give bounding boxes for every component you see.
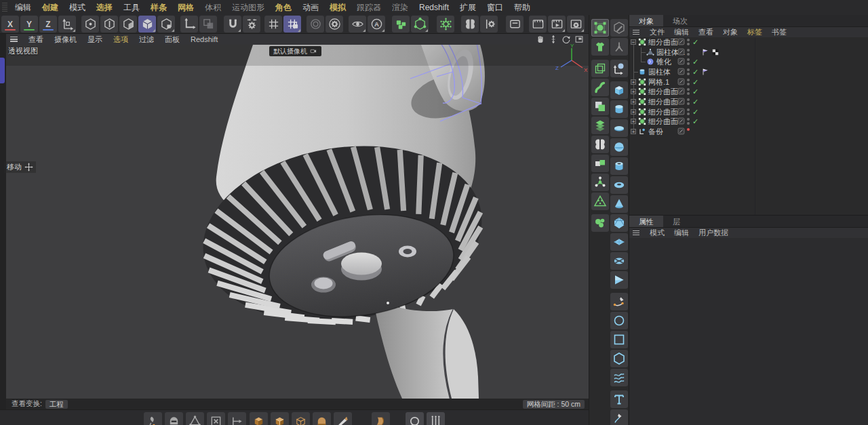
array-columns-tool-button[interactable] [427,412,445,425]
object-manager-menu-查看[interactable]: 查看 [694,27,718,37]
lock-z-axis-button[interactable]: Z [39,16,57,33]
attributes-menu-编辑[interactable]: 编辑 [669,228,694,238]
object-row-圆柱体.1[interactable]: 圆柱体.1 [629,47,868,57]
render-settings-button[interactable] [567,16,585,33]
bridge-tool-button[interactable] [372,412,390,425]
enabled-check[interactable]: ✓ [692,87,698,96]
menu-渲染[interactable]: 渲染 [387,0,414,15]
tag-checker[interactable] [711,48,719,56]
pivot-tool-button[interactable] [610,60,628,77]
instance-button[interactable] [591,60,609,77]
layer-edit-toggle[interactable] [677,48,685,56]
layer-edit-toggle[interactable] [677,38,685,45]
object-row-细分曲面[interactable]: +细分曲面✓ [629,117,868,126]
layer-edit-toggle[interactable] [677,117,685,125]
grid-snap-button[interactable] [283,16,301,33]
content-browser-button[interactable] [506,16,524,33]
viewport-menu-查看[interactable]: 查看 [23,35,49,45]
modeling-setup-button[interactable] [411,16,429,33]
menu-模式[interactable]: 模式 [64,0,91,15]
disc-primitive-button[interactable] [610,119,628,137]
joint-button[interactable] [610,38,628,56]
viewport-menu-Redshift[interactable]: Redshift [185,35,223,43]
snap-toggle-button[interactable] [224,16,241,33]
view-transform-value[interactable]: 工程 [45,400,68,409]
modeling-objects-button[interactable] [392,16,410,33]
render-picture-viewer-button[interactable] [548,16,566,33]
object-row-网格.1[interactable]: +网格.1✓ [629,77,868,87]
visibility-dots[interactable] [687,118,690,126]
expander-plus[interactable]: + [631,89,636,94]
auto-mode-button[interactable]: A [368,16,385,33]
lock-y-axis-button[interactable]: Y [20,16,38,33]
expander-plus[interactable]: + [631,119,636,124]
polygon-reduction-button[interactable] [591,193,609,210]
boole-button[interactable] [591,98,609,115]
extrude-tool-button[interactable] [250,412,268,425]
texture-mode-button[interactable] [157,16,175,33]
viewport-menu-icon[interactable] [10,37,18,42]
menu-帮助[interactable]: 帮助 [509,0,536,15]
left-dock-strip[interactable] [0,34,6,409]
menu-动画[interactable]: 动画 [297,0,324,15]
menu-样条[interactable]: 样条 [145,0,172,15]
menu-体积[interactable]: 体积 [199,0,226,15]
menu-角色[interactable]: 角色 [270,0,297,15]
torus-primitive-button[interactable] [610,176,628,194]
tag-phong[interactable] [701,48,709,56]
object-name[interactable]: 备份 [648,127,663,136]
visibility-dots[interactable] [687,128,690,132]
menu-选择[interactable]: 选择 [91,0,118,15]
snap-settings-button[interactable] [243,16,260,33]
enabled-check[interactable]: ✓ [692,67,698,77]
object-manager-menu-标签[interactable]: 标签 [743,27,767,37]
vectorizer-button[interactable] [610,409,628,425]
visibility-dots[interactable] [687,108,690,117]
text-spline-button[interactable] [610,390,628,408]
symmetry-button[interactable] [461,16,479,33]
edges-mode-button[interactable] [100,16,118,33]
pyramid-primitive-button[interactable] [610,271,628,289]
layer-edit-toggle[interactable] [677,127,685,135]
object-row-细分曲面.2[interactable]: +细分曲面.2✓ [629,97,868,106]
menu-窗口[interactable]: 窗口 [481,0,509,15]
cube-primitive-button[interactable] [610,81,628,99]
visibility-dots[interactable] [687,49,690,57]
expander-plus[interactable]: + [631,79,636,85]
bevel-tool-button[interactable] [228,412,246,425]
viewport-solo-button[interactable] [349,16,366,33]
menu-网格[interactable]: 网格 [172,0,199,15]
menubar-grip[interactable] [2,3,7,12]
menu-工具[interactable]: 工具 [118,0,145,15]
pan-hand-icon[interactable] [536,35,545,44]
tag-phong[interactable] [701,68,709,76]
om-menu-icon[interactable] [633,30,639,35]
connect-button[interactable] [591,155,609,172]
target-rings-button[interactable] [307,16,324,33]
knife-tool-button[interactable] [334,412,352,425]
object-manager-menu-文件[interactable]: 文件 [645,27,669,37]
platonic-primitive-button[interactable] [610,214,628,232]
layer-edit-toggle[interactable] [677,68,685,75]
viewport-menu-过滤[interactable]: 过滤 [134,35,159,45]
viewport-menu-面板[interactable]: 面板 [159,35,185,45]
menu-模拟[interactable]: 模拟 [324,0,351,15]
attr-menu-icon[interactable] [633,230,639,236]
object-row-细分曲面.3[interactable]: +细分曲面.3✓ [629,87,868,96]
object-name[interactable]: 细分曲面 [648,117,678,126]
nside-spline-button[interactable] [610,350,628,367]
visibility-dots[interactable] [687,68,690,77]
render-view-button[interactable] [529,16,547,33]
quantize-grid-button[interactable] [264,16,282,33]
visibility-dots[interactable] [687,39,690,47]
layer-edit-toggle[interactable] [677,108,685,115]
object-manager-tab-场次[interactable]: 场次 [663,15,697,26]
loop-cut-tool-button[interactable] [406,412,424,425]
target-settings-button[interactable] [326,16,343,33]
tube-primitive-button[interactable] [610,157,628,175]
expander-plus[interactable]: + [631,99,636,104]
layer-edit-toggle[interactable] [677,98,685,105]
object-row-细分曲面.1[interactable]: +细分曲面.1✓ [629,107,868,117]
delete-tool-button[interactable] [207,412,225,425]
expander-plus[interactable]: + [631,129,636,134]
